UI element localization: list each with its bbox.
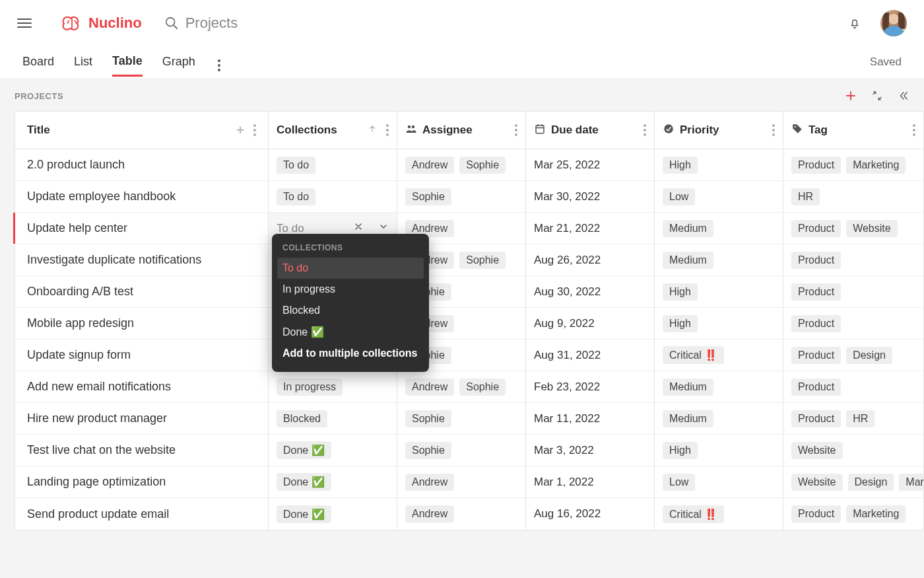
table-row[interactable]: Hire new product managerBlockedSophieMar… xyxy=(15,403,923,435)
cell-assignee[interactable]: Andrew xyxy=(397,466,526,497)
priority-chip[interactable]: High xyxy=(663,442,698,459)
cell-priority[interactable]: High xyxy=(655,308,783,339)
cell-collection[interactable]: To do xyxy=(269,149,397,180)
popover-option[interactable]: In progress xyxy=(272,279,429,300)
cell-title[interactable]: Add new email notifications xyxy=(15,371,269,402)
cell-priority[interactable]: Medium xyxy=(655,213,783,244)
popover-option[interactable]: Blocked xyxy=(272,300,429,321)
tag-chip[interactable]: HR xyxy=(846,410,874,427)
assignee-chip[interactable]: Andrew xyxy=(405,379,454,396)
cell-title[interactable]: Investigate duplicate notifications xyxy=(15,244,269,275)
search[interactable]: Projects xyxy=(164,15,238,32)
tag-chip[interactable]: HR xyxy=(791,188,820,205)
cell-assignee[interactable]: Sophie xyxy=(397,181,526,212)
add-column-icon[interactable]: + xyxy=(236,124,244,137)
menu-toggle[interactable] xyxy=(17,16,32,30)
cell-due-date[interactable]: Aug 9, 2022 xyxy=(526,308,655,339)
collection-chip[interactable]: Done ✅ xyxy=(277,473,331,491)
cell-tags[interactable]: WebsiteDesignMarketing xyxy=(783,466,923,497)
priority-chip[interactable]: Critical ‼️ xyxy=(663,346,724,364)
avatar[interactable] xyxy=(880,10,907,36)
priority-chip[interactable]: Medium xyxy=(663,410,713,427)
cell-due-date[interactable]: Feb 23, 2022 xyxy=(526,371,655,402)
table-row[interactable]: Test live chat on the websiteDone ✅Sophi… xyxy=(15,435,923,466)
column-header-due-date[interactable]: Due date xyxy=(526,112,655,149)
cell-priority[interactable]: Critical ‼️ xyxy=(655,498,783,530)
assignee-chip[interactable]: Andrew xyxy=(405,505,454,523)
assignee-chip[interactable]: Sophie xyxy=(459,252,506,269)
column-header-tag[interactable]: Tag xyxy=(783,112,923,149)
cell-due-date[interactable]: Mar 30, 2022 xyxy=(526,181,655,212)
tag-chip[interactable]: Product xyxy=(791,410,841,427)
tag-chip[interactable]: Marketing xyxy=(846,505,906,523)
priority-chip[interactable]: Medium xyxy=(663,379,713,396)
column-header-assignee[interactable]: Assignee xyxy=(397,112,526,149)
table-row[interactable]: Send product update emailDone ✅AndrewAug… xyxy=(15,498,923,530)
collection-chip[interactable]: To do xyxy=(277,188,315,205)
view-tab-board[interactable]: Board xyxy=(22,48,54,75)
tag-chip[interactable]: Product xyxy=(791,315,841,332)
collection-chip[interactable]: In progress xyxy=(277,379,343,396)
view-tab-graph[interactable]: Graph xyxy=(162,48,195,75)
cell-tags[interactable]: ProductWebsite xyxy=(783,213,923,244)
cell-assignee[interactable]: AndrewSophie xyxy=(397,149,526,180)
priority-chip[interactable]: Medium xyxy=(663,252,713,269)
priority-chip[interactable]: High xyxy=(663,283,698,301)
cell-priority[interactable]: Low xyxy=(655,181,783,212)
app-logo[interactable]: Nuclino xyxy=(61,15,142,32)
cell-collection[interactable]: Done ✅ xyxy=(269,466,397,497)
cell-due-date[interactable]: Aug 30, 2022 xyxy=(526,276,655,307)
tag-chip[interactable]: Website xyxy=(846,220,898,237)
column-header-collections[interactable]: Collections xyxy=(269,112,397,149)
tag-chip[interactable]: Website xyxy=(791,442,843,459)
cell-due-date[interactable]: Mar 1, 2022 xyxy=(526,466,655,497)
table-row[interactable]: Update signup formTo doSophieAug 31, 202… xyxy=(15,340,923,371)
cell-due-date[interactable]: Mar 3, 2022 xyxy=(526,435,655,466)
priority-chip[interactable]: Medium xyxy=(663,220,713,237)
tag-chip[interactable]: Product xyxy=(791,505,841,523)
view-more-menu[interactable] xyxy=(218,53,220,71)
cell-title[interactable]: 2.0 product launch xyxy=(15,149,269,180)
assignee-chip[interactable]: Andrew xyxy=(405,474,454,491)
table-row[interactable]: Add new email notificationsIn progressAn… xyxy=(15,371,923,403)
popover-option[interactable]: To do xyxy=(277,258,424,279)
cell-due-date[interactable]: Mar 25, 2022 xyxy=(526,149,655,180)
table-row[interactable]: Update help centerTo doAndrewMar 21, 202… xyxy=(15,213,923,244)
table-row[interactable]: Update employee handbookTo doSophieMar 3… xyxy=(15,181,923,213)
priority-chip[interactable]: Critical ‼️ xyxy=(663,505,724,523)
column-menu-icon[interactable] xyxy=(913,124,915,136)
table-row[interactable]: Landing page optimizationDone ✅AndrewMar… xyxy=(15,466,923,498)
cell-tags[interactable]: ProductMarketing xyxy=(783,498,923,530)
column-menu-icon[interactable] xyxy=(772,124,775,136)
cell-tags[interactable]: Product xyxy=(783,244,923,275)
assignee-chip[interactable]: Sophie xyxy=(405,188,451,205)
tag-chip[interactable]: Product xyxy=(791,283,841,301)
collection-chip[interactable]: Blocked xyxy=(277,410,327,427)
cell-assignee[interactable]: Sophie xyxy=(397,435,526,466)
popover-option[interactable]: Done ✅ xyxy=(272,321,429,343)
table-row[interactable]: Onboarding A/B testTo doSophieAug 30, 20… xyxy=(15,276,923,308)
cell-due-date[interactable]: Aug 16, 2022 xyxy=(526,498,655,530)
cell-priority[interactable]: Medium xyxy=(655,244,783,275)
cell-title[interactable]: Hire new product manager xyxy=(15,403,269,434)
column-menu-icon[interactable] xyxy=(253,124,256,136)
collection-chip[interactable]: To do xyxy=(277,157,315,174)
tag-chip[interactable]: Product xyxy=(791,252,841,269)
popover-add-multiple[interactable]: Add to multiple collections xyxy=(272,343,429,364)
cell-assignee[interactable]: Sophie xyxy=(397,403,526,434)
cell-tags[interactable]: Product xyxy=(783,276,923,307)
cell-title[interactable]: Send product update email xyxy=(15,498,269,530)
cell-tags[interactable]: Product xyxy=(783,308,923,339)
cell-assignee[interactable]: AndrewSophie xyxy=(397,371,526,402)
cell-tags[interactable]: Product xyxy=(783,371,923,402)
cell-tags[interactable]: HR xyxy=(783,181,923,212)
cell-collection[interactable]: To do xyxy=(269,181,397,212)
cell-title[interactable]: Update signup form xyxy=(15,340,269,371)
collection-chip[interactable]: Done ✅ xyxy=(277,441,331,459)
cell-title[interactable]: Update employee handbook xyxy=(15,181,269,212)
notifications-button[interactable] xyxy=(849,17,861,29)
cell-collection[interactable]: In progress xyxy=(269,371,397,402)
collapse-panel-button[interactable] xyxy=(898,90,909,102)
tag-chip[interactable]: Design xyxy=(848,474,894,491)
priority-chip[interactable]: Low xyxy=(663,474,695,491)
